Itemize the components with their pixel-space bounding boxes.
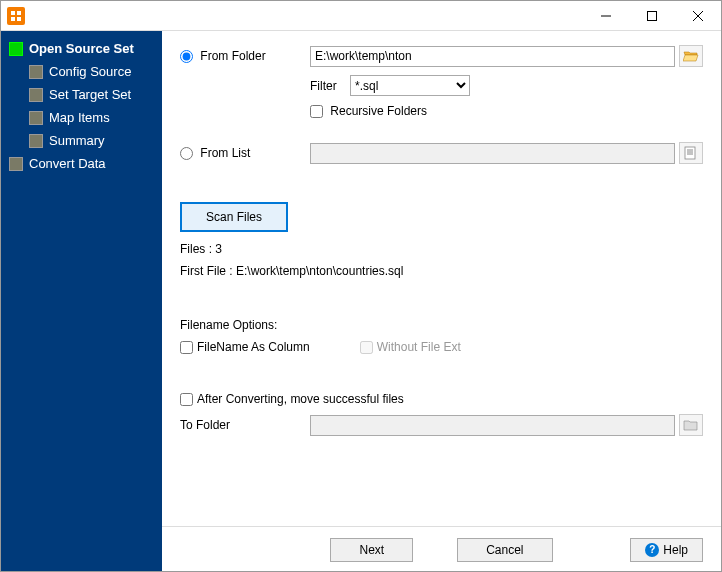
- svg-rect-8: [685, 147, 695, 159]
- cancel-button[interactable]: Cancel: [457, 538, 552, 562]
- svg-rect-2: [11, 17, 15, 21]
- maximize-button[interactable]: [629, 1, 675, 31]
- tree-node-icon: [29, 88, 43, 102]
- recursive-checkbox[interactable]: [310, 105, 323, 118]
- from-folder-radio-label[interactable]: From Folder: [180, 49, 266, 63]
- after-convert-checkbox[interactable]: [180, 393, 193, 406]
- from-list-radio-label[interactable]: From List: [180, 146, 250, 160]
- bottom-bar: Next Cancel ? Help: [162, 526, 721, 572]
- scan-files-button[interactable]: Scan Files: [180, 202, 288, 232]
- tree-node-icon: [9, 157, 23, 171]
- folder-icon: [683, 418, 699, 432]
- filter-select[interactable]: *.sql: [350, 75, 470, 96]
- tree-node-icon: [29, 111, 43, 125]
- filename-as-column-text: FileName As Column: [197, 340, 310, 354]
- sidebar-item-summary[interactable]: Summary: [1, 129, 162, 152]
- sidebar: Open Source Set Config Source Set Target…: [1, 31, 162, 572]
- after-convert-label[interactable]: After Converting, move successful files: [180, 392, 404, 406]
- to-folder-input[interactable]: [310, 415, 675, 436]
- help-button-label: Help: [663, 543, 688, 557]
- after-convert-text: After Converting, move successful files: [197, 392, 404, 406]
- browse-to-folder-button[interactable]: [679, 414, 703, 436]
- recursive-checkbox-label[interactable]: Recursive Folders: [310, 104, 427, 118]
- from-list-radio[interactable]: [180, 147, 193, 160]
- sidebar-item-label: Summary: [49, 133, 105, 148]
- without-ext-checkbox: [360, 341, 373, 354]
- sidebar-item-map-items[interactable]: Map Items: [1, 106, 162, 129]
- sidebar-item-label: Convert Data: [29, 156, 106, 171]
- filename-options-heading: Filename Options:: [180, 318, 703, 332]
- next-button[interactable]: Next: [330, 538, 413, 562]
- sidebar-item-set-target-set[interactable]: Set Target Set: [1, 83, 162, 106]
- minimize-button[interactable]: [583, 1, 629, 31]
- sidebar-item-label: Map Items: [49, 110, 110, 125]
- sidebar-item-label: Open Source Set: [29, 41, 134, 56]
- from-folder-input[interactable]: [310, 46, 675, 67]
- svg-rect-5: [648, 11, 657, 20]
- file-list-icon: [683, 146, 699, 160]
- help-button[interactable]: ? Help: [630, 538, 703, 562]
- sidebar-item-config-source[interactable]: Config Source: [1, 60, 162, 83]
- svg-rect-3: [17, 17, 21, 21]
- svg-rect-1: [17, 11, 21, 15]
- from-folder-label-text: From Folder: [200, 49, 265, 63]
- sidebar-item-open-source-set[interactable]: Open Source Set: [1, 37, 162, 60]
- tree-node-icon: [29, 134, 43, 148]
- from-list-input[interactable]: [310, 143, 675, 164]
- help-icon: ?: [645, 543, 659, 557]
- without-ext-text: Without File Ext: [377, 340, 461, 354]
- sidebar-item-convert-data[interactable]: Convert Data: [1, 152, 162, 175]
- filter-label: Filter: [310, 79, 350, 93]
- browse-list-button[interactable]: [679, 142, 703, 164]
- without-ext-label: Without File Ext: [360, 340, 461, 354]
- files-count-label: Files : 3: [180, 242, 703, 256]
- first-file-label: First File : E:\work\temp\nton\countries…: [180, 264, 703, 278]
- tree-node-icon: [9, 42, 23, 56]
- recursive-label-text: Recursive Folders: [330, 104, 427, 118]
- sidebar-item-label: Config Source: [49, 64, 131, 79]
- close-button[interactable]: [675, 1, 721, 31]
- filename-as-column-label[interactable]: FileName As Column: [180, 340, 310, 354]
- to-folder-label: To Folder: [180, 418, 230, 432]
- app-icon: [7, 7, 25, 25]
- browse-folder-button[interactable]: [679, 45, 703, 67]
- tree-node-icon: [29, 65, 43, 79]
- sidebar-item-label: Set Target Set: [49, 87, 131, 102]
- from-folder-radio[interactable]: [180, 50, 193, 63]
- main-panel: From Folder Filter *.sql Recursive Folde…: [162, 31, 721, 572]
- folder-open-icon: [683, 49, 699, 63]
- filename-as-column-checkbox[interactable]: [180, 341, 193, 354]
- titlebar: [1, 1, 721, 31]
- from-list-label-text: From List: [200, 146, 250, 160]
- svg-rect-0: [11, 11, 15, 15]
